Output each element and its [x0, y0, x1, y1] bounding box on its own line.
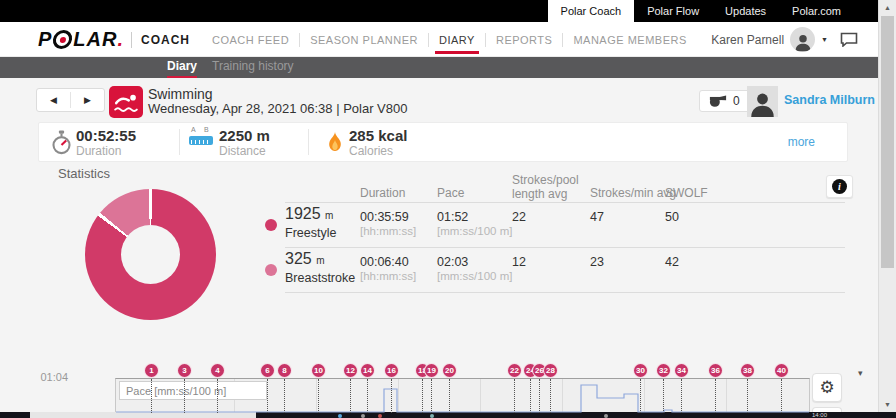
lap-marker: 22	[507, 363, 522, 378]
distance-label: Distance	[219, 144, 266, 158]
athlete-avatar[interactable]	[747, 86, 778, 117]
lap-marker-line	[539, 379, 540, 413]
lap-marker-line	[431, 379, 432, 413]
pace-axis-tick: 01:04	[20, 371, 68, 383]
site-switcher-bar: Polar Coach Polar Flow Updates Polar.com	[0, 0, 878, 22]
user-menu[interactable]: Karen Parnell ▼	[711, 22, 858, 57]
nav-item-diary[interactable]: DIARY	[429, 22, 485, 57]
col-header-swolf: SWOLF	[665, 186, 708, 200]
nav-item-season-planner[interactable]: SEASON PLANNER	[300, 22, 428, 57]
calories-value: 285 kcal	[349, 127, 407, 144]
cell-duration-unit: [hh:mm:ss]	[360, 225, 416, 237]
lap-marker-line	[367, 379, 368, 413]
lap-marker: 36	[708, 363, 723, 378]
lap-marker: 8	[277, 363, 292, 378]
site-tab-polar-flow[interactable]: Polar Flow	[634, 0, 712, 22]
site-tab-polar-com[interactable]: Polar.com	[779, 0, 854, 22]
distance-marker-b: B	[204, 126, 209, 133]
row-stroke-name: Breaststroke	[285, 271, 355, 285]
row-distance: 325 m	[285, 250, 325, 268]
stroke-stats-table: Duration Pace Strokes/pool length avg St…	[262, 173, 848, 293]
lap-marker-line	[217, 379, 218, 413]
distance-marker-a: A	[191, 126, 196, 133]
chart-settings-button[interactable]: ⚙	[812, 373, 842, 402]
col-header-strokes-pool: Strokes/pool length avg	[512, 173, 596, 201]
logo-o-icon	[52, 30, 74, 49]
col-header-duration: Duration	[360, 186, 405, 200]
lap-marker-line	[715, 379, 716, 413]
summary-divider	[308, 129, 309, 155]
lap-marker: 30	[633, 363, 648, 378]
session-pager: ◀ ▶	[36, 88, 105, 112]
previous-session-button[interactable]: ◀	[37, 89, 70, 111]
table-row-freestyle: 1925 m Freestyle 00:35:59 [hh:mm:ss] 01:…	[262, 203, 848, 247]
person-icon	[793, 32, 813, 52]
next-session-button[interactable]: ▶	[71, 89, 104, 111]
stroke-donut	[85, 189, 216, 320]
session-sport-title: Swimming	[148, 86, 213, 102]
lap-marker: 16	[384, 363, 399, 378]
taskbar-app-icon[interactable]	[378, 414, 382, 418]
scrollbar-up-arrow[interactable]: ▲	[879, 4, 896, 11]
logo-red-dot-icon	[59, 37, 66, 43]
lap-marker-line	[151, 379, 152, 413]
polar-logo[interactable]: PLAR.	[38, 28, 124, 51]
scrollbar-down-arrow[interactable]: ▼	[879, 401, 896, 408]
chat-icon[interactable]	[840, 32, 858, 47]
polar-coach-app: Polar Coach Polar Flow Updates Polar.com…	[0, 0, 896, 418]
site-tab-updates[interactable]: Updates	[712, 0, 779, 22]
row-stroke-name: Freestyle	[285, 226, 336, 240]
site-tab-label: Polar Flow	[647, 5, 699, 17]
stopwatch-icon	[51, 130, 72, 155]
cell-swolf: 42	[665, 255, 679, 269]
lap-marker: 4	[210, 363, 225, 378]
lap-marker-line	[550, 379, 551, 413]
nav-item-coach-feed[interactable]: COACH FEED	[202, 22, 299, 57]
table-divider	[285, 292, 845, 293]
user-avatar[interactable]	[790, 27, 815, 52]
brand-divider	[131, 32, 132, 48]
lap-marker-line	[350, 379, 351, 413]
logo-text: P	[38, 28, 52, 51]
lap-marker: 6	[260, 363, 275, 378]
taskbar-app-icon[interactable]	[604, 414, 608, 418]
main-navbar: PLAR. COACH COACH FEED SEASON PLANNER DI…	[0, 22, 878, 57]
ruler-ticks	[191, 140, 211, 144]
lap-marker-line	[781, 379, 782, 413]
taskbar-app-icon[interactable]	[361, 414, 365, 418]
taskbar-app-icon[interactable]	[338, 414, 342, 418]
coach-comments-button[interactable]: 0	[699, 90, 750, 112]
cell-strokes-pool: 22	[512, 210, 526, 224]
lap-marker: 19	[424, 363, 439, 378]
nav-item-manage-members[interactable]: MANAGE MEMBERS	[563, 22, 696, 57]
more-link[interactable]: more	[788, 135, 815, 149]
taskbar-app-icon[interactable]	[430, 414, 434, 418]
nav-item-reports[interactable]: REPORTS	[486, 22, 562, 57]
cell-swolf: 50	[665, 210, 679, 224]
scrollbar-thumb[interactable]	[881, 16, 894, 268]
lap-marker: 40	[774, 363, 789, 378]
lap-marker-line	[530, 379, 531, 413]
page-scrollbar[interactable]: ▲ ▼	[878, 0, 896, 412]
subnav-tab-diary[interactable]: Diary	[167, 57, 197, 78]
lap-marker-line	[747, 379, 748, 413]
site-tab-polar-coach[interactable]: Polar Coach	[548, 0, 635, 22]
lap-marker-line	[184, 379, 185, 413]
lap-marker-line	[663, 379, 664, 413]
lap-marker-line	[640, 379, 641, 413]
session-summary-card: 00:52:55 Duration A B 2250 m Distance 28…	[38, 122, 848, 162]
lap-marker-line	[284, 379, 285, 413]
pace-plot: Pace [mm:ss/100 m] 134681012141618192022…	[115, 378, 810, 413]
subnav-tab-training-history[interactable]: Training history	[212, 57, 294, 78]
main-menu: COACH FEED SEASON PLANNER DIARY REPORTS …	[202, 22, 697, 57]
cell-duration-unit: [hh:mm:ss]	[360, 270, 416, 282]
lap-marker-line	[681, 379, 682, 413]
col-header-pace: Pace	[437, 186, 464, 200]
lap-marker-line	[422, 379, 423, 413]
athlete-name-link[interactable]: Sandra Milburn	[784, 93, 875, 107]
pace-series-label[interactable]: Pace [mm:ss/100 m]	[119, 381, 267, 400]
cell-pace-unit: [mm:ss/100 m]	[437, 225, 512, 237]
chevron-down-icon[interactable]: ▼	[821, 36, 828, 43]
lap-marker: 32	[656, 363, 671, 378]
logo-text: LAR	[73, 28, 117, 51]
